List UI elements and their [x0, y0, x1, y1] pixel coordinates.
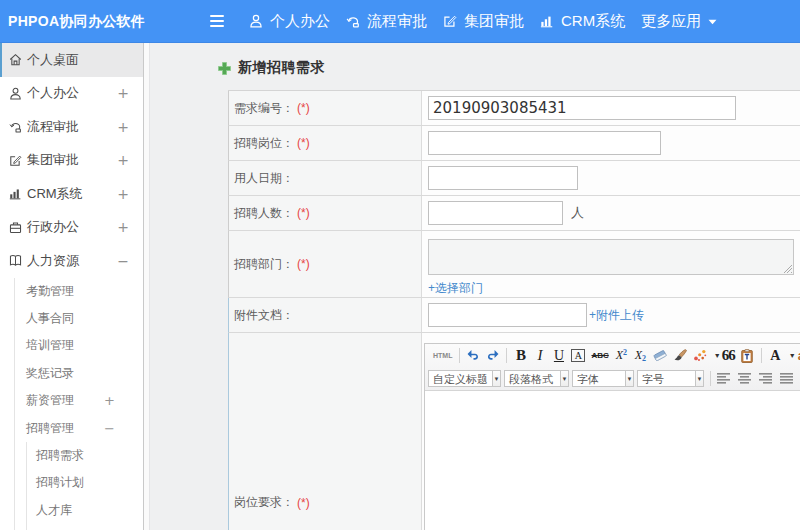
sidebar-subitem-talent-pool[interactable]: 人才库 — [0, 497, 143, 524]
label-text: 招聘部门： — [234, 256, 294, 273]
chart-icon — [9, 187, 22, 200]
sidebar-item-crm-system[interactable]: CRM系统+ — [0, 177, 143, 211]
sidebar-item-label: 流程审批 — [27, 118, 79, 136]
sidebar-subitem-label: 考勤管理 — [26, 283, 74, 300]
bold-button[interactable]: B — [514, 347, 527, 365]
home-icon — [9, 53, 22, 66]
label-text: 附件文档： — [234, 307, 294, 324]
select-department-link[interactable]: +选择部门 — [428, 280, 483, 297]
sidebar-subitem-recruit-mgmt[interactable]: 招聘管理− — [0, 414, 143, 441]
align-center-button[interactable] — [738, 373, 751, 384]
caret-down-icon[interactable]: ▼ — [714, 352, 721, 359]
strikethrough-button[interactable]: ABC — [591, 347, 608, 365]
headcount-input[interactable] — [428, 201, 563, 225]
field-label: 招聘人数： (*) — [229, 196, 422, 230]
editor-content-area[interactable] — [425, 391, 800, 530]
form-row-attachment: 附件文档： +附件上传 — [228, 298, 800, 333]
html-source-button[interactable]: HTML — [433, 347, 452, 365]
topnav-item-more-apps[interactable]: 更多应用 — [641, 12, 717, 31]
sidebar-subitem-recruit-demand[interactable]: 招聘需求 — [0, 442, 143, 469]
superscript-button[interactable]: X2 — [615, 347, 628, 365]
sidebar-subitem-label: 招聘需求 — [36, 447, 84, 464]
position-input[interactable] — [428, 131, 661, 155]
sidebar-subitem-label: 薪资管理 — [26, 392, 74, 409]
blockquote-button[interactable]: 66 — [722, 347, 735, 365]
anchor-button-cutoff[interactable]: a — [795, 347, 800, 365]
underline-button[interactable]: U — [552, 347, 565, 365]
superscript-2: 2 — [623, 348, 627, 357]
undo-button[interactable] — [467, 347, 480, 365]
field-cell — [422, 91, 800, 125]
topnav-item-crm-system[interactable]: CRM系统 — [540, 12, 625, 31]
form-row-requirement: 岗位要求： (*) HTML BIUAABCX2X2 ▼66 A▼a — [228, 333, 800, 530]
paragraph-format-select[interactable]: 段落格式▼ — [504, 370, 569, 387]
attachment-upload-link[interactable]: +附件上传 — [589, 307, 644, 324]
align-left-button[interactable] — [717, 373, 730, 384]
expand-plus-icon[interactable]: + — [117, 85, 129, 101]
edit-icon-topbar — [443, 14, 457, 28]
expand-plus-icon[interactable]: + — [104, 393, 115, 408]
form-row-demand-no: 需求编号： (*) — [228, 91, 800, 126]
redo-button[interactable] — [486, 347, 499, 365]
caret-down-icon[interactable] — [708, 19, 717, 25]
eraser-button[interactable] — [653, 347, 667, 365]
custom-title-select[interactable]: 自定义标题▼ — [428, 370, 501, 387]
toolbar-separator — [710, 371, 711, 386]
align-justify-button[interactable] — [780, 373, 793, 384]
subscript-button[interactable]: X2 — [634, 347, 647, 365]
collapse-minus-icon[interactable]: − — [117, 253, 129, 269]
caret-down-icon[interactable]: ▼ — [560, 370, 569, 387]
highlight-color-button[interactable] — [693, 347, 707, 365]
collapse-minus-icon[interactable]: − — [104, 421, 115, 436]
attachment-input[interactable] — [428, 303, 587, 327]
sidebar-item-personal-desktop[interactable]: 个人桌面 — [0, 43, 143, 77]
sidebar-subitem-attendance-mgmt[interactable]: 考勤管理 — [0, 278, 143, 305]
format-brush-button[interactable] — [673, 347, 687, 365]
caret-down-icon[interactable]: ▼ — [695, 370, 704, 387]
topnav-item-group-approval[interactable]: 集团审批 — [443, 12, 524, 31]
department-textarea[interactable] — [428, 239, 794, 275]
field-label: 附件文档： — [229, 298, 422, 332]
sidebar-item-group-approval[interactable]: 集团审批+ — [0, 144, 143, 178]
sidebar-subitem-reward-record[interactable]: 奖惩记录 — [0, 360, 143, 387]
demand-no-input[interactable] — [428, 96, 736, 120]
sidebar-item-personal-office[interactable]: 个人办公+ — [0, 77, 143, 111]
sidebar-scrollbar[interactable] — [143, 43, 150, 530]
hire-date-input[interactable] — [428, 166, 578, 190]
sidebar-subitem-hr-contract[interactable]: 人事合同 — [0, 305, 143, 332]
page-title: 新增招聘需求 — [218, 59, 325, 77]
font-color-button[interactable]: A — [571, 349, 585, 362]
recruitment-demand-form: 需求编号： (*) 招聘岗位： (*) 用人日期： — [228, 90, 800, 530]
expand-plus-icon[interactable]: + — [117, 186, 129, 202]
field-label: 需求编号： (*) — [229, 91, 422, 125]
expand-plus-icon[interactable]: + — [117, 119, 129, 135]
sidebar-item-admin-office[interactable]: 行政办公+ — [0, 211, 143, 245]
caret-down-icon[interactable]: ▼ — [625, 370, 634, 387]
italic-button[interactable]: I — [533, 347, 546, 365]
topnav-label: 集团审批 — [464, 12, 524, 31]
expand-plus-icon[interactable]: + — [117, 219, 129, 235]
form-row-headcount: 招聘人数： (*) 人 — [228, 196, 800, 231]
expand-plus-icon[interactable]: + — [117, 152, 129, 168]
font-family-select[interactable]: 字体▼ — [572, 370, 634, 387]
topnav-item-workflow-approval[interactable]: 流程审批 — [346, 12, 427, 31]
topnav-label: CRM系统 — [561, 12, 625, 31]
paste-text-button[interactable] — [741, 347, 754, 365]
sidebar-item-workflow-approval[interactable]: 流程审批+ — [0, 110, 143, 144]
briefcase-icon — [9, 221, 22, 234]
align-right-button[interactable] — [759, 373, 772, 384]
font-size-select[interactable]: 字号▼ — [637, 370, 704, 387]
caret-down-icon[interactable]: ▼ — [492, 370, 501, 387]
sidebar-item-label: CRM系统 — [27, 185, 83, 203]
editor-toolbar-row-2: 自定义标题▼段落格式▼字体▼字号▼ — [425, 367, 800, 390]
menu-icon[interactable] — [204, 0, 230, 42]
resize-grip-icon[interactable] — [783, 264, 792, 273]
sidebar-item-human-resource[interactable]: 人力资源− — [0, 244, 143, 278]
sidebar-subitem-training-mgmt[interactable]: 培训管理 — [0, 332, 143, 359]
font-style-button[interactable]: A — [769, 347, 782, 365]
sidebar-subitem-salary-mgmt[interactable]: 薪资管理+ — [0, 387, 143, 414]
toolbar-separator — [506, 348, 507, 363]
sidebar-subitem-recruit-plan[interactable]: 招聘计划 — [0, 469, 143, 496]
workflow-icon-topbar — [346, 14, 360, 28]
topnav-item-personal-office[interactable]: 个人办公 — [249, 12, 330, 31]
